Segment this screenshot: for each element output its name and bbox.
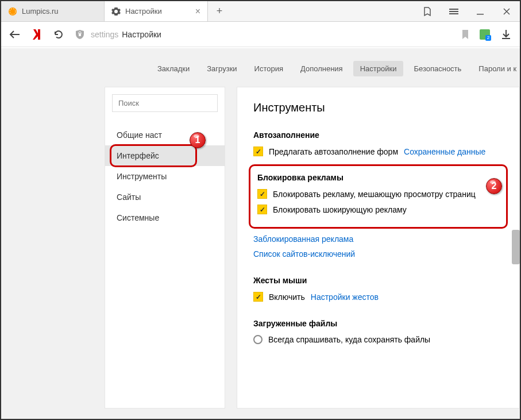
link-saved-data[interactable]: Сохраненные данные	[404, 147, 485, 156]
checkbox-block-shocking[interactable]: ✓	[257, 205, 267, 214]
menu-button[interactable]	[441, 1, 467, 21]
svg-rect-3	[449, 11, 458, 12]
radio-ask-location-label: Всегда спрашивать, куда сохранять файлы	[268, 335, 430, 344]
tab-lumpics[interactable]: Lumpics.ru	[1, 1, 105, 21]
window-controls	[414, 1, 520, 21]
scrollbar-thumb[interactable]	[512, 230, 520, 264]
toolbar: settingsНастройки	[1, 22, 520, 47]
sidebar-item-tools[interactable]: Инструменты	[105, 166, 225, 187]
checkbox-block-ads[interactable]: ✓	[257, 189, 267, 199]
radio-ask-location[interactable]	[253, 335, 263, 344]
sidebar-item-interface[interactable]: Интерфейс	[105, 145, 225, 166]
svg-rect-2	[449, 9, 458, 10]
navtab-settings[interactable]: Настройки	[353, 61, 404, 76]
page-title: Инструменты	[253, 101, 503, 114]
bookmark-icon[interactable]	[461, 29, 469, 40]
link-exception-sites[interactable]: Список сайтов-исключений	[253, 249, 355, 259]
search-input[interactable]	[112, 94, 218, 112]
navtab-downloads[interactable]: Загрузки	[200, 61, 244, 76]
checkbox-autofill[interactable]: ✓	[253, 147, 263, 156]
sidebar-item-general[interactable]: Общие наст	[105, 125, 225, 145]
checkbox-mouse-gestures-label: Включить	[269, 292, 305, 302]
yandex-logo-icon[interactable]	[31, 29, 43, 40]
content-area: Закладки Загрузки История Дополнения Нас…	[1, 48, 520, 419]
section-autofill-title: Автозаполнение	[253, 130, 503, 140]
close-window-button[interactable]	[493, 1, 520, 21]
navtab-addons[interactable]: Дополнения	[294, 61, 350, 76]
navtab-history[interactable]: История	[248, 61, 290, 76]
link-blocked-ads[interactable]: Заблокированная реклама	[253, 234, 353, 244]
checkbox-autofill-label: Предлагать автозаполнение форм	[269, 147, 398, 156]
address-bar[interactable]: settingsНастройки	[75, 29, 469, 40]
checkbox-mouse-gestures[interactable]: ✓	[253, 292, 263, 302]
settings-main-panel: Инструменты Автозаполнение ✓ Предлагать …	[237, 87, 520, 409]
minimize-button[interactable]	[467, 1, 493, 21]
downloads-button[interactable]	[500, 29, 512, 40]
svg-rect-6	[79, 33, 81, 36]
section-mouse-title: Жесты мыши	[253, 276, 503, 285]
checkbox-block-ads-label: Блокировать рекламу, мешающую просмотру …	[273, 190, 476, 199]
annotation-badge-1: 1	[190, 132, 206, 148]
address-text: settingsНастройки	[91, 30, 161, 39]
bookmark-toggle[interactable]	[414, 1, 441, 21]
tab-title: Настройки	[125, 7, 162, 16]
navtab-security[interactable]: Безопасность	[407, 61, 468, 76]
adblock-section: Блокировка рекламы ✓ Блокировать рекламу…	[249, 164, 508, 229]
sidebar-item-sites[interactable]: Сайты	[105, 187, 225, 207]
navtab-bookmarks[interactable]: Закладки	[150, 61, 196, 76]
link-gesture-settings[interactable]: Настройки жестов	[311, 292, 379, 302]
shield-icon	[75, 29, 85, 40]
section-adblock-title: Блокировка рекламы	[257, 173, 499, 182]
svg-rect-4	[449, 13, 458, 14]
extension-icon[interactable]	[480, 29, 490, 40]
sidebar-item-system[interactable]: Системные	[105, 207, 225, 228]
annotation-badge-2: 2	[486, 178, 502, 194]
reload-button[interactable]	[53, 29, 64, 40]
section-downloads-title: Загруженные файлы	[253, 319, 503, 328]
close-icon[interactable]: ×	[195, 6, 200, 17]
settings-sidebar: Общие наст Интерфейс Инструменты Сайты С…	[105, 87, 225, 409]
tab-title: Lumpics.ru	[22, 7, 59, 16]
new-tab-button[interactable]: +	[208, 1, 231, 21]
back-button[interactable]	[9, 29, 21, 40]
navtab-passwords[interactable]: Пароли и к	[472, 61, 520, 76]
gear-icon	[111, 7, 121, 16]
settings-nav-tabs: Закладки Загрузки История Дополнения Нас…	[1, 48, 520, 82]
svg-rect-5	[477, 14, 484, 15]
titlebar: Lumpics.ru Настройки × +	[1, 1, 520, 22]
favicon-lumpics	[8, 7, 17, 16]
checkbox-block-shocking-label: Блокировать шокирующую рекламу	[273, 205, 407, 214]
tab-settings[interactable]: Настройки ×	[105, 1, 208, 21]
